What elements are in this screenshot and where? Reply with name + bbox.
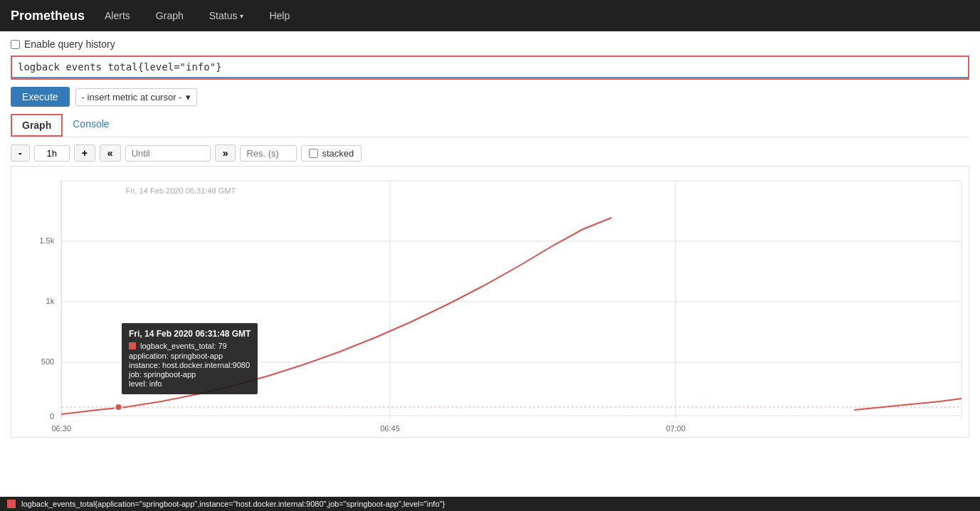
tab-graph[interactable]: Graph (11, 114, 63, 137)
time-range-input[interactable] (34, 145, 70, 162)
navbar-alerts[interactable]: Alerts (99, 7, 136, 24)
insert-metric-label: - insert metric at cursor - (82, 92, 182, 102)
svg-text:0: 0 (50, 412, 54, 421)
insert-metric-dropdown[interactable]: - insert metric at cursor - ▾ (75, 88, 198, 106)
navbar-status-label: Status (209, 10, 238, 21)
navbar-status[interactable]: Status ▾ (204, 7, 250, 24)
svg-text:07:00: 07:00 (666, 424, 686, 433)
chart-svg: 0 500 1k 1.5k 06:30 06:45 07:00 Fri, 14 … (11, 167, 969, 437)
svg-text:06:30: 06:30 (51, 424, 71, 433)
tabs-row: Graph Console (11, 114, 969, 137)
forward-button[interactable]: » (215, 144, 236, 162)
chart-area: 0 500 1k 1.5k 06:30 06:45 07:00 Fri, 14 … (11, 166, 969, 438)
query-history-label: Enable query history (24, 38, 115, 50)
tab-console[interactable]: Console (63, 114, 119, 137)
navbar: Prometheus Alerts Graph Status ▾ Help (0, 0, 980, 31)
graph-controls: - + « » stacked (11, 144, 969, 162)
query-input-container (11, 56, 969, 80)
back-button[interactable]: « (100, 144, 121, 162)
query-history-row: Enable query history (11, 38, 969, 50)
until-input[interactable] (125, 145, 211, 162)
svg-text:06:45: 06:45 (380, 424, 400, 433)
query-history-checkbox[interactable] (11, 40, 20, 49)
chevron-down-icon: ▾ (186, 92, 191, 102)
controls-row: Execute - insert metric at cursor - ▾ (11, 87, 969, 107)
zoom-in-button[interactable]: + (74, 144, 95, 162)
execute-button[interactable]: Execute (11, 87, 70, 107)
navbar-brand[interactable]: Prometheus (11, 9, 85, 23)
query-input[interactable] (12, 57, 968, 78)
svg-text:1k: 1k (46, 297, 55, 305)
resolution-input[interactable] (240, 145, 297, 162)
stacked-checkbox[interactable] (309, 149, 318, 158)
svg-text:Fri, 14 Feb 2020 06:31:48 GMT: Fri, 14 Feb 2020 06:31:48 GMT (126, 186, 236, 195)
svg-text:1.5k: 1.5k (39, 236, 54, 245)
stacked-text: stacked (322, 148, 354, 159)
stacked-label[interactable]: stacked (301, 145, 362, 162)
svg-text:500: 500 (41, 357, 54, 366)
main-content: Enable query history Execute - insert me… (0, 31, 980, 445)
zoom-out-button[interactable]: - (11, 144, 30, 162)
navbar-graph[interactable]: Graph (150, 7, 189, 24)
navbar-help[interactable]: Help (263, 7, 295, 24)
chevron-down-icon: ▾ (240, 12, 243, 20)
